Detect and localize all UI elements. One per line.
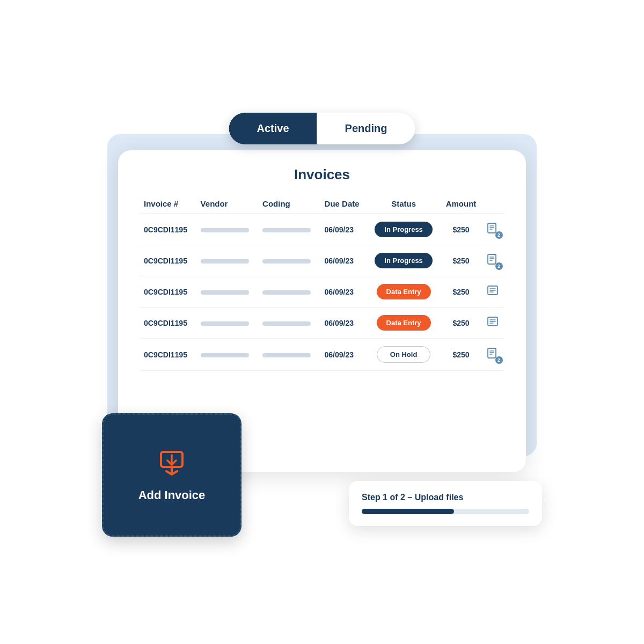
svg-rect-0 [488, 223, 496, 233]
col-header-invoice: Invoice # [140, 194, 196, 214]
coding-cell [258, 214, 320, 245]
coding-cell [258, 245, 320, 276]
svg-rect-4 [488, 254, 496, 264]
action-cell[interactable]: 2 [482, 339, 504, 371]
upload-card: Step 1 of 2 – Upload files [349, 481, 542, 526]
table-row: 0C9CDI119506/09/23On Hold$250 2 [140, 339, 504, 371]
table-row: 0C9CDI119506/09/23In Progress$250 2 [140, 214, 504, 245]
amount-cell: $250 [440, 308, 482, 339]
invoice-number: 0C9CDI1195 [140, 308, 196, 339]
progress-bar-background [362, 509, 529, 514]
status-cell: Data Entry [368, 308, 440, 339]
vendor-cell [196, 245, 258, 276]
due-date-cell: 06/09/23 [320, 339, 368, 371]
amount-cell: $250 [440, 245, 482, 276]
add-invoice-label: Add Invoice [138, 488, 206, 502]
status-badge: Data Entry [377, 315, 431, 331]
action-cell[interactable] [482, 308, 504, 339]
tab-active[interactable]: Active [229, 113, 317, 144]
status-badge: In Progress [375, 222, 433, 237]
invoice-title: Invoices [140, 166, 504, 183]
action-cell[interactable] [482, 276, 504, 308]
table-row: 0C9CDI119506/09/23Data Entry$250 [140, 276, 504, 308]
add-invoice-card[interactable]: Add Invoice [102, 413, 241, 537]
upload-title: Step 1 of 2 – Upload files [362, 493, 529, 502]
due-date-cell: 06/09/23 [320, 245, 368, 276]
action-icon [487, 284, 499, 299]
vendor-cell [196, 339, 258, 371]
col-header-amount: Amount [440, 194, 482, 214]
col-header-status: Status [368, 194, 440, 214]
col-header-action [482, 194, 504, 214]
amount-cell: $250 [440, 214, 482, 245]
svg-rect-16 [488, 348, 496, 358]
coding-cell [258, 339, 320, 371]
due-date-cell: 06/09/23 [320, 276, 368, 308]
status-cell: On Hold [368, 339, 440, 371]
vendor-cell [196, 276, 258, 308]
status-badge: In Progress [375, 253, 433, 268]
coding-cell [258, 276, 320, 308]
due-date-cell: 06/09/23 [320, 214, 368, 245]
invoice-number: 0C9CDI1195 [140, 245, 196, 276]
coding-cell [258, 308, 320, 339]
status-badge: Data Entry [377, 284, 431, 299]
tab-row: Active Pending [229, 113, 415, 144]
table-row: 0C9CDI119506/09/23In Progress$250 2 [140, 245, 504, 276]
vendor-cell [196, 308, 258, 339]
col-header-vendor: Vendor [196, 194, 258, 214]
status-cell: Data Entry [368, 276, 440, 308]
vendor-cell [196, 214, 258, 245]
invoice-table: Invoice # Vendor Coding Due Date Status … [140, 194, 504, 371]
tab-pending[interactable]: Pending [317, 113, 415, 144]
invoice-number: 0C9CDI1195 [140, 276, 196, 308]
table-row: 0C9CDI119506/09/23Data Entry$250 [140, 308, 504, 339]
due-date-cell: 06/09/23 [320, 308, 368, 339]
invoice-number: 0C9CDI1195 [140, 214, 196, 245]
action-cell[interactable]: 2 [482, 214, 504, 245]
action-icon: 2 [487, 347, 499, 362]
col-header-coding: Coding [258, 194, 320, 214]
action-cell[interactable]: 2 [482, 245, 504, 276]
col-header-duedate: Due Date [320, 194, 368, 214]
amount-cell: $250 [440, 276, 482, 308]
amount-cell: $250 [440, 339, 482, 371]
add-invoice-icon [157, 448, 187, 480]
progress-bar-fill [362, 509, 454, 514]
action-icon: 2 [487, 222, 499, 237]
action-icon: 2 [487, 253, 499, 268]
action-icon [487, 316, 499, 331]
status-cell: In Progress [368, 214, 440, 245]
invoice-number: 0C9CDI1195 [140, 339, 196, 371]
status-cell: In Progress [368, 245, 440, 276]
status-badge: On Hold [377, 346, 430, 363]
